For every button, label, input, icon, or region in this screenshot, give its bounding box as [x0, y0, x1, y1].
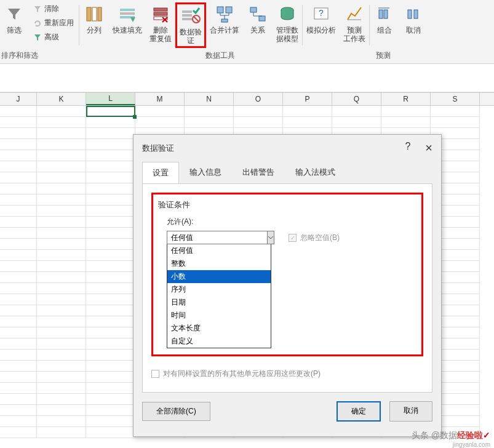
cell[interactable]	[135, 117, 185, 128]
cell[interactable]	[0, 228, 37, 239]
cell[interactable]	[0, 416, 37, 427]
cell[interactable]	[0, 161, 37, 172]
cell[interactable]	[0, 117, 37, 128]
cell[interactable]	[86, 372, 135, 383]
cell[interactable]	[37, 394, 86, 405]
column-header-L[interactable]: L	[86, 93, 135, 105]
cell[interactable]	[86, 327, 135, 338]
dropdown-option[interactable]: 小数	[167, 270, 271, 283]
cell[interactable]	[37, 239, 86, 250]
tab-settings[interactable]: 设置	[142, 162, 179, 184]
cell[interactable]	[86, 394, 135, 405]
consolidate-button[interactable]: 合并计算	[206, 2, 243, 36]
column-header-N[interactable]: N	[185, 93, 234, 105]
cell[interactable]	[283, 106, 332, 117]
cell[interactable]	[0, 217, 37, 228]
cell[interactable]	[37, 106, 86, 117]
forecast-button[interactable]: 预测 工作表	[340, 2, 369, 44]
cell[interactable]	[0, 194, 37, 206]
cell[interactable]	[37, 172, 86, 183]
cell[interactable]	[86, 261, 135, 272]
cell[interactable]	[37, 427, 86, 438]
cell[interactable]	[37, 272, 86, 283]
filter-button[interactable]: 筛选	[0, 2, 28, 44]
cell[interactable]	[37, 161, 86, 172]
cell[interactable]	[0, 261, 37, 272]
cell[interactable]	[37, 228, 86, 239]
cell[interactable]	[37, 338, 86, 350]
cell[interactable]	[37, 350, 86, 361]
allow-dropdown-list[interactable]: 任何值整数小数序列日期时间文本长度自定义	[167, 244, 271, 348]
cell[interactable]	[0, 350, 37, 361]
cell[interactable]	[0, 394, 37, 405]
cell[interactable]	[86, 350, 135, 361]
cell[interactable]	[37, 283, 86, 294]
cell[interactable]	[37, 139, 86, 150]
tab-input-message[interactable]: 输入信息	[179, 161, 232, 183]
cell[interactable]	[86, 128, 135, 139]
cell[interactable]	[86, 228, 135, 239]
help-button[interactable]: ?	[405, 141, 410, 155]
dropdown-option[interactable]: 文本长度	[167, 322, 271, 335]
cell[interactable]	[381, 106, 431, 117]
cell[interactable]	[0, 372, 37, 383]
dropdown-option[interactable]: 整数	[167, 257, 271, 270]
dropdown-option[interactable]: 时间	[167, 309, 271, 322]
cell[interactable]	[332, 106, 381, 117]
cell[interactable]	[0, 239, 37, 250]
cell[interactable]	[234, 106, 283, 117]
cell[interactable]	[86, 283, 135, 294]
cell[interactable]	[37, 128, 86, 139]
cell[interactable]	[86, 239, 135, 250]
cell[interactable]	[86, 305, 135, 316]
cell[interactable]	[86, 172, 135, 183]
dropdown-option[interactable]: 日期	[167, 296, 271, 309]
cell[interactable]	[37, 327, 86, 338]
cell[interactable]	[86, 361, 135, 372]
cell[interactable]	[0, 272, 37, 283]
advanced-cmd[interactable]: 高级	[31, 31, 76, 44]
cell[interactable]	[0, 139, 37, 150]
cell[interactable]	[86, 194, 135, 206]
cell[interactable]	[86, 416, 135, 427]
cell[interactable]	[37, 383, 86, 394]
cell[interactable]	[0, 150, 37, 161]
cell[interactable]	[135, 106, 185, 117]
cell[interactable]	[0, 383, 37, 394]
column-header-M[interactable]: M	[135, 93, 185, 105]
cell[interactable]	[0, 405, 37, 416]
cell[interactable]	[0, 305, 37, 316]
cell[interactable]	[37, 316, 86, 327]
cell[interactable]	[0, 172, 37, 183]
column-header-S[interactable]: S	[431, 93, 480, 105]
clear-filter-cmd[interactable]: 清除	[31, 2, 76, 15]
tab-error-alert[interactable]: 出错警告	[232, 161, 285, 183]
cell[interactable]	[0, 361, 37, 372]
cell[interactable]	[86, 117, 135, 128]
column-header-P[interactable]: P	[283, 93, 332, 105]
column-header-O[interactable]: O	[234, 93, 283, 105]
relationships-button[interactable]: 关系	[243, 2, 273, 36]
dropdown-option[interactable]: 序列	[167, 283, 271, 296]
cell[interactable]	[86, 272, 135, 283]
cell[interactable]	[0, 283, 37, 294]
reapply-cmd[interactable]: 重新应用	[31, 17, 76, 30]
cell[interactable]	[37, 405, 86, 416]
cell[interactable]	[37, 416, 86, 427]
cell[interactable]	[37, 206, 86, 217]
cell[interactable]	[37, 217, 86, 228]
data-model-button[interactable]: 管理数 据模型	[273, 2, 302, 44]
chevron-down-icon[interactable]	[268, 231, 274, 244]
remove-duplicates-button[interactable]: 删除 重复值	[146, 2, 175, 44]
cell[interactable]	[86, 106, 135, 117]
cell[interactable]	[185, 117, 234, 128]
cell[interactable]	[283, 117, 332, 128]
cell[interactable]	[0, 338, 37, 350]
cell[interactable]	[0, 250, 37, 261]
column-header-J[interactable]: J	[0, 93, 37, 105]
cell[interactable]	[86, 139, 135, 150]
cell[interactable]	[86, 206, 135, 217]
data-validation-button[interactable]: 数据验 证	[175, 2, 206, 48]
cell[interactable]	[0, 183, 37, 194]
column-header-K[interactable]: K	[37, 93, 86, 105]
